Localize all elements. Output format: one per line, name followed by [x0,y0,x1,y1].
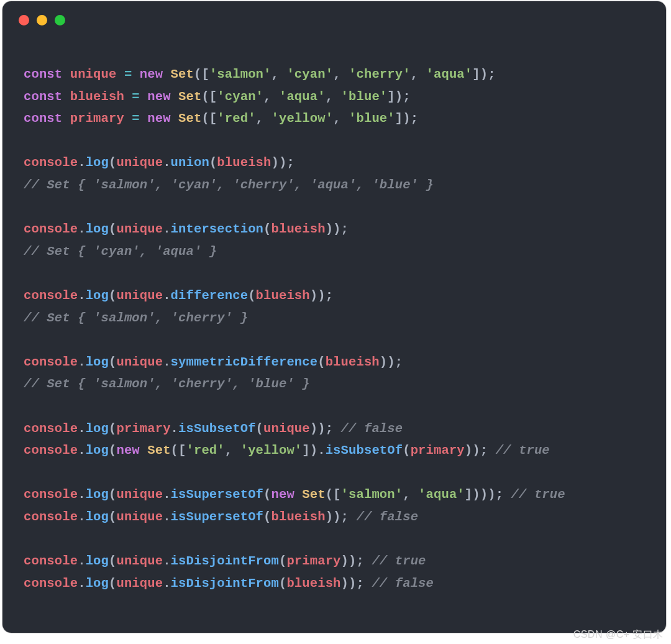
code-token: ( [109,155,116,170]
code-token [140,443,147,458]
code-token: console [24,288,78,303]
code-token: = [132,111,139,126]
code-token: new [116,443,139,458]
code-token: const [24,67,62,81]
code-line: // Set { 'salmon', 'cherry', 'blue' } [24,377,310,391]
code-token: 'cyan' [286,67,333,81]
code-token: isSubsetOf [326,443,403,458]
code-line: console.log(unique.union(blueish)); [24,155,294,170]
code-token: ([ [201,111,217,126]
code-token: 'red' [217,111,255,126]
code-token: . [163,155,170,170]
code-token: ( [403,443,410,458]
code-token: )); [465,443,496,458]
code-token: )); [341,554,372,568]
code-token: ( [256,421,263,436]
code-token: = [124,67,132,81]
code-token: 'aqua' [279,90,326,104]
code-token: log [86,487,109,502]
code-line: // Set { 'cyan', 'aqua' } [24,244,217,259]
code-line: console.log(unique.intersection(blueish)… [24,222,349,236]
code-token: 'salmon' [341,487,403,502]
code-token: Set [171,67,194,81]
code-token: )); [380,355,403,369]
code-token: . [78,510,85,524]
code-token [171,111,178,126]
code-token: , [272,67,287,81]
code-token: Set [178,111,201,126]
code-token: 'aqua' [426,67,473,81]
code-line: console.log(unique.difference(blueish)); [24,288,333,303]
code-token: ( [109,554,116,568]
code-token: . [163,554,170,568]
code-token: // true [511,487,565,502]
code-token: console [24,222,78,236]
code-token: , [333,67,349,81]
code-token: ( [109,421,116,436]
code-token: 'yellow' [240,443,303,458]
code-token: // false [372,576,434,591]
code-token: log [86,155,109,170]
code-token: 'yellow' [272,111,334,126]
code-token [294,487,302,502]
code-token [132,67,139,81]
code-token: isDisjointFrom [171,576,279,591]
code-token: ( [317,355,325,369]
code-token: , [411,67,426,81]
code-token: Set [178,90,201,104]
code-token: blueish [256,288,310,303]
code-token: . [78,443,85,458]
code-token: unique [116,155,163,170]
code-token: unique [116,487,163,502]
code-token: ]); [472,67,495,81]
code-token: . [163,222,170,236]
code-token [140,111,147,126]
code-token: log [86,443,109,458]
code-token: // false [356,510,418,524]
code-token: log [86,510,109,524]
code-token: // Set { 'salmon', 'cyan', 'cherry', 'aq… [24,178,434,192]
code-token: primary [116,421,170,436]
code-token: // true [496,443,550,458]
code-token: )); [310,421,341,436]
code-token: unique [116,355,163,369]
code-line: console.log(unique.symmetricDifference(b… [24,355,403,369]
code-token: console [24,355,78,369]
code-token: const [24,111,62,126]
code-token: isSupersetOf [171,487,263,502]
code-token: ( [263,222,271,236]
code-token: console [24,421,78,436]
code-token: const [24,90,62,104]
code-token: )); [326,222,349,236]
code-token: )); [341,576,372,591]
code-token: unique [70,67,117,81]
code-token: blueish [217,155,271,170]
code-token: console [24,443,78,458]
code-line: console.log(unique.isDisjointFrom(blueis… [24,576,434,591]
close-icon[interactable] [19,15,29,25]
code-token: ( [109,222,116,236]
code-token: 'blue' [349,111,395,126]
code-token: blueish [70,90,124,104]
code-token: console [24,487,78,502]
code-line: console.log(unique.isSupersetOf(blueish)… [24,510,418,524]
code-line: console.log(new Set(['red', 'yellow']).i… [24,443,550,458]
code-token: unique [263,421,310,436]
code-token: 'cyan' [217,90,263,104]
maximize-icon[interactable] [55,15,65,25]
code-token: ( [279,576,286,591]
code-token: symmetricDifference [171,355,318,369]
code-token: unique [116,510,163,524]
code-token: primary [411,443,465,458]
code-token: primary [286,554,340,568]
code-token [124,111,132,126]
code-token: ]); [395,111,418,126]
code-token: , [403,487,418,502]
code-token: . [78,355,85,369]
code-block: const unique = new Set(['salmon', 'cyan'… [2,39,666,594]
code-token: . [163,510,170,524]
code-token [116,67,124,81]
minimize-icon[interactable] [37,15,47,25]
code-token: ( [279,554,286,568]
code-token: // false [341,421,403,436]
